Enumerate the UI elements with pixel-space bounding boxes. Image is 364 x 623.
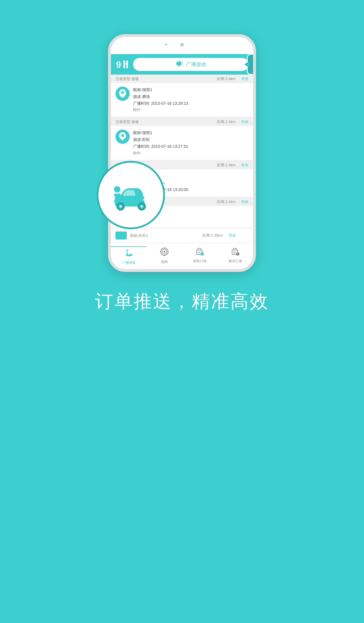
sales-icon: ↓ <box>195 248 204 258</box>
type-label: 交易类型:速修 <box>115 119 139 124</box>
phone-speaker <box>165 43 167 46</box>
car-circle-overlay <box>97 161 165 229</box>
list-item-partial[interactable]: 昵称:旺旺1 距离:2.38km 有效 <box>111 228 253 243</box>
svg-point-39 <box>141 206 142 207</box>
distance-text: 距离:2.4km <box>217 119 235 124</box>
app-logo: 9 <box>115 59 130 69</box>
broadcast-icon <box>124 249 133 259</box>
list-item-body: 昵称:猫熊1 描述:磨练 广播时间: 2015-07-16 13:29:23 附… <box>111 83 253 116</box>
time-row: 广播时间: 2015-07-16 13:29:23 <box>133 100 249 107</box>
svg-point-9 <box>121 91 124 94</box>
distance-text: 距离:2.4km <box>217 76 235 81</box>
urgent-icon <box>160 247 169 258</box>
nav-item-broadcast[interactable]: 广播接收 <box>111 246 146 265</box>
distance-partial: 距离:2.38km <box>202 233 223 238</box>
avatar <box>115 87 130 101</box>
distance-text: 距离:2.4km <box>217 199 235 204</box>
svg-rect-14 <box>128 255 131 256</box>
nickname-row: 昵称:猫熊1 <box>133 130 249 136</box>
nav-label-urgent: 急购 <box>161 259 168 264</box>
description-row: 描述:磨练 <box>133 93 249 100</box>
item-details: 昵称:猫熊1 描述:磨练 广播时间: 2015-07-16 13:29:23 附… <box>133 87 249 113</box>
distance-text: 距离:2.4km <box>217 163 235 168</box>
type-label: 交易类型:速修 <box>115 76 139 81</box>
bottom-nav: 广播接收 急购 <box>111 243 253 269</box>
nickname-row: 昵称:猫熊1 <box>133 87 249 93</box>
phone-top-bar <box>111 37 253 54</box>
time-row: 广播时间: 2015-07-16 13:27:51 <box>133 143 249 150</box>
svg-marker-5 <box>179 61 181 66</box>
bottom-slogan: 订单推送，精准高效 <box>95 289 269 314</box>
svg-point-36 <box>120 206 121 207</box>
avatar <box>115 130 130 144</box>
nav-label-broadcast: 广播接收 <box>122 260 136 265</box>
phone-frame: 9 广播接收 <box>108 34 256 272</box>
attachment-row: 附件: <box>133 107 249 113</box>
valid-text: 有效 <box>241 163 249 168</box>
purchase-icon: ↑ <box>231 248 240 258</box>
nav-item-sales[interactable]: ↓ 销售订单 <box>182 248 218 264</box>
list-item-body: 昵称:猫熊1 描述:旺旺 广播时间: 2015-07-16 13:27:51 附… <box>111 126 253 159</box>
header-title: 广播接收 <box>186 61 206 68</box>
valid-text: 有效 <box>241 76 249 81</box>
attachment-row: 附件: <box>133 150 249 156</box>
app-header: 9 广播接收 <box>111 54 253 75</box>
svg-point-17 <box>164 251 165 253</box>
valid-text: 有效 <box>241 199 249 204</box>
nav-item-urgent[interactable]: 急购 <box>146 247 182 264</box>
svg-point-10 <box>121 134 124 137</box>
description-row: 描述:旺旺 <box>133 136 249 143</box>
item-details: 昵称:猫熊1 描述:旺旺 广播时间: 2015-07-16 13:27:51 附… <box>133 130 249 156</box>
valid-partial: 有效 <box>229 233 236 238</box>
svg-text:↑: ↑ <box>237 253 238 256</box>
svg-marker-4 <box>176 61 179 66</box>
svg-rect-3 <box>123 63 128 64</box>
list-item[interactable]: 交易类型:速修 距离:2.4km 有效 <box>111 75 253 116</box>
tooltip-bubble: 广播推送 <box>247 54 256 75</box>
header-title-box: 广播接收 <box>133 58 249 71</box>
svg-point-40 <box>143 198 147 201</box>
svg-line-6 <box>182 61 183 62</box>
avatar <box>115 231 127 239</box>
nav-label-sales: 销售订单 <box>193 259 207 264</box>
megaphone-icon <box>175 60 183 69</box>
car-mechanic-svg <box>108 177 154 214</box>
list-item[interactable]: 交易类型:速修 距离:2.4km 有效 昵称:猫熊1 <box>111 118 253 159</box>
nav-label-purchase: 购买订单 <box>229 259 242 264</box>
partial-label: 昵称:旺旺1 <box>130 233 148 238</box>
svg-point-41 <box>114 186 120 192</box>
phone-wrapper: 9 广播接收 <box>108 34 256 272</box>
tooltip-label: 广播推送 <box>255 59 256 69</box>
list-item-header: 交易类型:速修 距离:2.4km 有效 <box>111 75 253 83</box>
phone-camera <box>180 43 184 47</box>
svg-point-12 <box>126 254 128 256</box>
svg-text:9: 9 <box>116 60 121 69</box>
valid-text: 有效 <box>241 119 249 124</box>
nav-item-purchase[interactable]: ↑ 购买订单 <box>218 248 253 264</box>
svg-text:↓: ↓ <box>201 253 203 256</box>
svg-line-8 <box>182 65 183 66</box>
list-item-header: 交易类型:速修 距离:2.4km 有效 <box>111 118 253 126</box>
